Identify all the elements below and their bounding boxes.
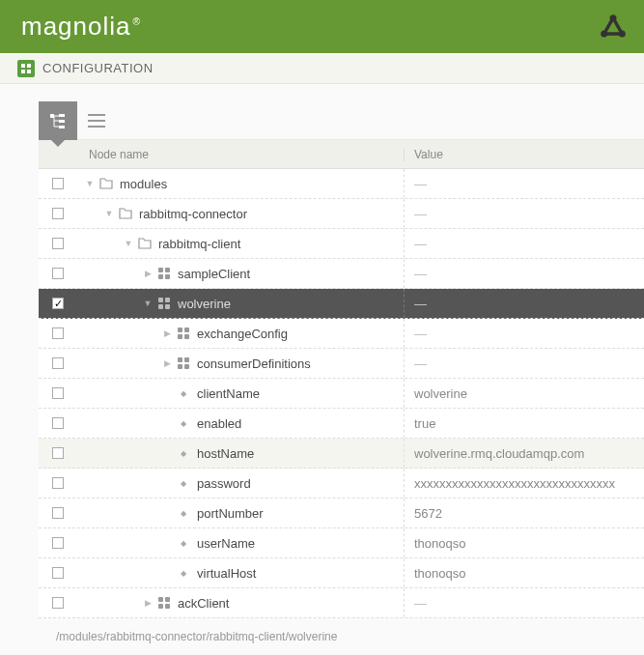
property-icon [176,415,191,431]
arrow-spacer [162,448,172,458]
table-row[interactable]: rabbitmq-connector— [39,199,644,229]
collapse-arrow-icon[interactable] [85,179,95,188]
arrow-spacer [162,568,172,578]
node-label: userName [197,536,255,551]
row-checkbox[interactable] [52,447,64,459]
app-header: magnolia® [0,0,644,53]
node-name-cell[interactable]: clientName [77,379,405,408]
collapse-arrow-icon[interactable] [104,209,114,218]
table-row[interactable]: clientNamewolverine [39,379,644,409]
table-row[interactable]: ackClient— [39,588,644,618]
expand-arrow-icon[interactable] [143,598,153,608]
node-name-cell[interactable]: password [77,469,405,498]
svg-rect-6 [27,70,31,73]
folder-icon [137,236,153,251]
node-label: rabbitmq-connector [139,207,247,221]
row-checkbox[interactable] [52,417,64,429]
node-name-cell[interactable]: wolverine [77,289,405,318]
folder-icon [118,206,133,221]
row-checkbox[interactable] [52,387,64,399]
collapse-arrow-icon[interactable] [143,299,153,308]
node-name-cell[interactable]: enabled [77,409,405,438]
node-label: wolverine [178,297,231,311]
svg-rect-5 [21,70,25,73]
row-checkbox[interactable] [52,208,64,219]
logo: magnolia® [21,12,141,42]
content-node-icon [156,266,172,281]
row-checkbox[interactable] [52,507,64,519]
content-node-icon [176,326,191,341]
list-icon [88,114,105,128]
property-icon [176,535,191,551]
row-checkbox[interactable] [52,268,64,279]
node-name-cell[interactable]: ackClient [77,588,405,617]
view-toolbar [39,94,644,140]
table-row[interactable]: enabledtrue [39,409,644,439]
arrow-spacer [162,478,172,488]
row-checkbox[interactable] [52,597,64,609]
property-icon [176,475,191,491]
property-icon [176,565,191,581]
table-row[interactable]: portNumber5672 [39,498,644,528]
table-row[interactable]: userNamethonoqso [39,528,644,558]
property-icon [176,505,191,521]
property-icon [176,445,191,461]
table-row[interactable]: virtualHostthonoqso [39,558,644,588]
node-name-cell[interactable]: exchangeConfig [77,319,405,348]
row-checkbox[interactable] [52,298,64,309]
table-row[interactable]: consumerDefinitions— [39,349,644,379]
node-name-cell[interactable]: rabbitmq-client [77,229,405,258]
table-row[interactable]: rabbitmq-client— [39,229,644,259]
node-label: enabled [197,416,241,431]
node-name-cell[interactable]: virtualHost [77,558,405,587]
row-checkbox[interactable] [52,537,64,549]
node-name-cell[interactable]: rabbitmq-connector [77,199,405,228]
table-row[interactable]: passwordxxxxxxxxxxxxxxxxxxxxxxxxxxxxxxxx [39,469,644,498]
table-row[interactable]: modules— [39,169,644,199]
arrow-spacer [162,418,172,428]
node-name-cell[interactable]: sampleClient [77,259,405,288]
node-name-cell[interactable]: portNumber [77,498,405,527]
expand-arrow-icon[interactable] [162,328,172,338]
column-header-value[interactable]: Value [405,148,644,161]
node-value: true [405,416,644,431]
node-value: — [405,356,644,371]
node-value: — [405,207,644,221]
svg-rect-4 [27,64,31,68]
list-view-tab[interactable] [77,101,116,140]
node-label: hostName [197,446,254,461]
row-checkbox[interactable] [52,328,64,339]
row-checkbox[interactable] [52,477,64,489]
table-row[interactable]: hostNamewolverine.rmq.cloudamqp.com [39,439,644,469]
content-node-icon [156,595,172,611]
collapse-arrow-icon[interactable] [124,239,133,248]
node-name-cell[interactable]: hostName [77,439,405,468]
node-name-cell[interactable]: modules [77,169,405,198]
node-value: xxxxxxxxxxxxxxxxxxxxxxxxxxxxxxxx [405,476,644,491]
breadcrumb-label: CONFIGURATION [42,61,154,75]
node-label: virtualHost [197,566,256,581]
row-checkbox[interactable] [52,567,64,579]
node-name-cell[interactable]: consumerDefinitions [77,349,405,378]
logo-registered: ® [133,16,141,27]
node-value: — [405,267,644,281]
expand-arrow-icon[interactable] [162,358,172,368]
node-value: — [405,177,644,191]
row-checkbox[interactable] [52,357,64,369]
arrow-spacer [162,508,172,518]
node-value: — [405,327,644,341]
arrow-spacer [162,538,172,548]
svg-rect-3 [21,64,25,68]
node-value: — [405,297,644,311]
column-header-name[interactable]: Node name [77,148,405,161]
node-name-cell[interactable]: userName [77,528,405,557]
expand-arrow-icon[interactable] [143,269,153,278]
apps-icon[interactable] [600,14,627,41]
row-checkbox[interactable] [52,178,64,189]
row-checkbox[interactable] [52,238,64,249]
arrow-spacer [162,388,172,398]
table-row[interactable]: sampleClient— [39,259,644,289]
table-row[interactable]: wolverine— [39,289,644,319]
table-row[interactable]: exchangeConfig— [39,319,644,349]
tree-view-tab[interactable] [39,101,77,140]
